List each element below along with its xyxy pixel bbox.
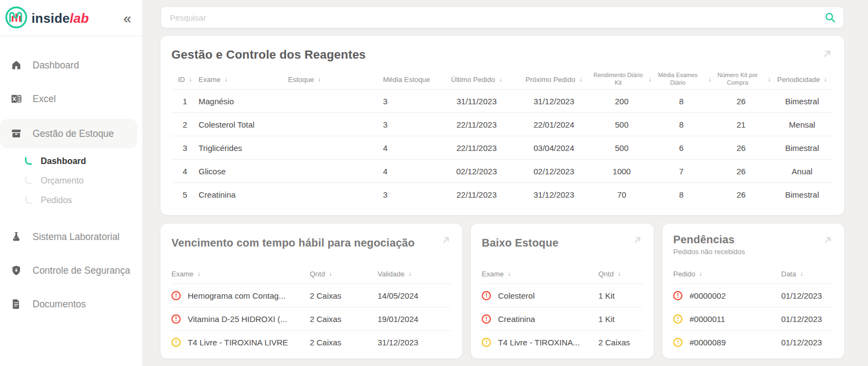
cell-qntd: 2 Caixas — [310, 338, 378, 347]
cell-media_estoque: 4 — [383, 143, 437, 153]
table-row[interactable]: !#000001101/12/2023 — [673, 307, 833, 330]
sidebar-item-excel[interactable]: Excel — [0, 82, 142, 116]
shield-icon — [10, 264, 23, 277]
column-header-proximo-pedido[interactable]: Próximo Pedido↓ — [516, 75, 592, 84]
sidebar-item-controle-de-seguranca[interactable]: Controle de Segurança — [0, 254, 142, 287]
sidebar-subitem-pedidos[interactable]: Pedidos — [0, 191, 142, 210]
sort-icon: ↓ — [499, 75, 502, 83]
column-header-periodicidade[interactable]: Periodicidade↓ — [771, 75, 833, 84]
table-header-row: Exame↓Qntd↓ — [482, 264, 643, 283]
expand-arrow-icon[interactable] — [441, 232, 451, 245]
table-row[interactable]: 3Triglicérides422/11/202303/04/202450062… — [171, 136, 833, 159]
expand-arrow-icon[interactable] — [822, 232, 833, 245]
column-header-qntd[interactable]: Qntd↓ — [310, 270, 378, 278]
column-header-qntd[interactable]: Qntd↓ — [598, 270, 643, 278]
column-header-id[interactable]: ID↓ — [171, 75, 199, 84]
cell-qntd: 2 Caixas — [598, 338, 643, 347]
sidebar-item-dashboard[interactable]: Dashboard — [0, 48, 142, 82]
column-header-numero-kit-por-compra[interactable]: Número Kit por Compra↓ — [711, 72, 771, 87]
column-header-data[interactable]: Data↓ — [781, 270, 833, 278]
sidebar-collapse-button[interactable]: « — [123, 11, 132, 26]
sidebar-item-gestao-de-estoque[interactable]: Gestão de Estoque — [0, 119, 137, 148]
cell-numero_kit_por_compra: 26 — [711, 167, 771, 176]
table-row[interactable]: !T4 Livre - TIROXINA...2 Caixas — [482, 330, 643, 354]
cell-exame: !T4 Livre - TIROXINA LIVRE — [171, 338, 310, 347]
alert-icon: ! — [482, 338, 491, 347]
search-icon[interactable] — [824, 11, 836, 23]
cell-exame: Triglicérides — [199, 143, 288, 153]
expand-arrow-icon[interactable] — [821, 46, 833, 60]
cell-ultimo_pedido: 31/11/2023 — [437, 97, 516, 106]
cell-qntd: 1 Kit — [598, 291, 643, 300]
cell-media_exames_diario: 8 — [652, 97, 711, 106]
column-header-estoque[interactable]: Estoque↓ — [288, 75, 383, 84]
search-input[interactable] — [169, 12, 824, 23]
elbow-icon — [24, 176, 33, 186]
cell-numero_kit_por_compra: 26 — [711, 143, 771, 153]
cell-ultimo_pedido: 22/11/2023 — [437, 120, 516, 129]
cell-exame: Creatinina — [199, 190, 288, 199]
cell-media_estoque: 3 — [383, 190, 437, 199]
cell-media_exames_diario: 6 — [652, 143, 711, 153]
table-row[interactable]: !Creatinina1 Kit — [482, 307, 643, 330]
pendencias-card-subtitle: Pedidos não recebidos — [673, 248, 745, 256]
cell-proximo_pedido: 03/04/2024 — [516, 143, 592, 153]
app-root: insidelab « DashboardExcelGestão de Esto… — [0, 0, 868, 366]
brand-name: insidelab — [31, 11, 89, 26]
table-row[interactable]: !Colesterol1 Kit — [482, 283, 643, 307]
table-row[interactable]: 5Creatinina322/11/202331/12/202370826Bim… — [171, 182, 833, 206]
table-header-row: Pedido↓Data↓ — [673, 264, 833, 283]
sort-icon: ↓ — [329, 270, 332, 277]
table-row[interactable]: !T4 Livre - TIROXINA LIVRE2 Caixas31/12/… — [171, 330, 451, 354]
cell-rendimento_diario_kit: 500 — [592, 120, 652, 129]
table-row[interactable]: !#000000201/12/2023 — [673, 283, 833, 307]
cell-exame: !Hemograma com Contag... — [171, 291, 310, 300]
table-row[interactable]: !#000008901/12/2023 — [673, 330, 833, 354]
sidebar-nav: DashboardExcelGestão de EstoqueDashboard… — [0, 36, 142, 321]
cell-id: 3 — [171, 143, 199, 153]
cell-exame: Colesterol Total — [199, 120, 288, 129]
cell-pedido: !#0000011 — [673, 314, 781, 324]
table-row[interactable]: !Hemograma com Contag...2 Caixas14/05/20… — [171, 283, 451, 307]
cell-pedido: !#0000002 — [673, 291, 781, 300]
column-header-exame[interactable]: Exame↓ — [482, 270, 598, 278]
cell-exame: !Vitamina D-25 HIDROXI (... — [171, 314, 310, 324]
cell-numero_kit_por_compra: 26 — [711, 190, 771, 199]
table-row[interactable]: !Vitamina D-25 HIDROXI (...2 Caixas19/01… — [171, 307, 451, 330]
baixo-estoque-table: Exame↓Qntd↓!Colesterol1 Kit!Creatinina1 … — [482, 264, 643, 354]
column-header-pedido[interactable]: Pedido↓ — [673, 270, 781, 278]
column-header-validade[interactable]: Validade↓ — [378, 270, 451, 278]
cell-media_estoque: 4 — [383, 167, 437, 176]
flask-icon — [10, 230, 23, 243]
alert-icon: ! — [171, 338, 181, 347]
cell-proximo_pedido: 22/01/2024 — [516, 120, 592, 129]
expand-arrow-icon[interactable] — [632, 232, 643, 245]
alert-icon: ! — [482, 314, 491, 324]
sort-icon: ↓ — [617, 270, 621, 277]
sidebar-subitem-orcamento[interactable]: Orçamento — [0, 171, 142, 191]
table-row[interactable]: 1Magnésio331/11/202331/12/2023200826Bime… — [171, 89, 833, 112]
reagents-card: Gestão e Controle dos Reagentes ID↓Exame… — [161, 36, 844, 215]
alert-icon: ! — [171, 314, 181, 324]
column-header-media-exames-diario[interactable]: Média Exames Diário↓ — [652, 72, 711, 87]
column-header-exame[interactable]: Exame↓ — [171, 270, 310, 278]
vencimento-card-title: Vencimento com tempo hábil para negociaç… — [171, 237, 415, 249]
column-header-ultimo-pedido[interactable]: Último Pedido↓ — [437, 75, 516, 84]
table-row[interactable]: 2Colesterol Total322/11/202322/01/202450… — [171, 112, 833, 136]
sort-icon: ↓ — [409, 270, 412, 277]
cell-periodicidade: Mensal — [771, 120, 833, 129]
column-header-exame[interactable]: Exame↓ — [199, 75, 288, 84]
alert-icon: ! — [673, 338, 682, 347]
table-row[interactable]: 4Glicose402/12/202302/12/20231000726Anua… — [171, 159, 833, 182]
cell-rendimento_diario_kit: 70 — [592, 190, 652, 199]
cell-proximo_pedido: 31/12/2023 — [516, 190, 592, 199]
sidebar-item-documentos[interactable]: Documentos — [0, 287, 142, 321]
sidebar-subitem-dashboard[interactable]: Dashboard — [0, 152, 142, 171]
cell-periodicidade: Bimestral — [771, 97, 833, 106]
search-bar — [161, 7, 844, 28]
baixo-estoque-card: Baixo Estoque Exame↓Qntd↓!Colesterol1 Ki… — [471, 224, 654, 358]
sidebar-item-sistema-laboratorial[interactable]: Sistema Laboratorial — [0, 220, 142, 254]
cell-ultimo_pedido: 22/11/2023 — [437, 143, 516, 153]
vencimento-table: Exame↓Qntd↓Validade↓!Hemograma com Conta… — [171, 264, 451, 354]
column-header-rendimento-diario-kit[interactable]: Rendimento Diário Kit↓ — [592, 72, 652, 87]
